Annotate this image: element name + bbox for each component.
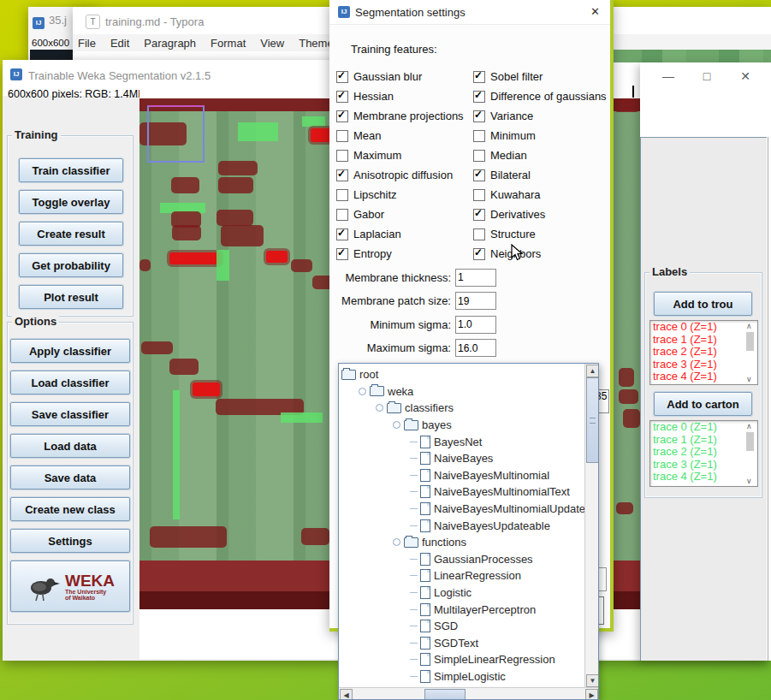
checkbox-entropy[interactable]	[336, 248, 348, 260]
tree-node-simplelinearregression[interactable]: SimpleLinearRegression	[341, 651, 583, 668]
scroll-thumb[interactable]	[424, 689, 466, 700]
scroll-left-button[interactable]: ◀	[340, 689, 353, 700]
green-trace-list[interactable]: trace 0 (Z=1)trace 1 (Z=1)trace 2 (Z=1)t…	[649, 420, 758, 487]
tree-node-bayes[interactable]: bayes	[341, 417, 583, 434]
checkbox-membrane-projections[interactable]	[336, 110, 348, 122]
settings-button[interactable]: Settings	[10, 529, 130, 553]
scroll-down-button[interactable]: ▼	[586, 674, 599, 687]
trace-item[interactable]: trace 0 (Z=1)	[650, 321, 757, 334]
tree-node-simplelogistic[interactable]: SimpleLogistic	[341, 668, 583, 685]
tree-node-naivebayes[interactable]: NaiveBayes	[341, 450, 583, 467]
trace-item[interactable]: trace 0 (Z=1)	[650, 421, 757, 434]
tree-node-naivebayesmultinomial[interactable]: NaiveBayesMultinomial	[341, 467, 583, 484]
create-new-class-button[interactable]: Create new class	[10, 497, 130, 521]
plot-result-button[interactable]: Plot result	[19, 285, 123, 309]
maximum-sigma-input[interactable]	[455, 339, 496, 357]
trace-item[interactable]: trace 3 (Z=1)	[650, 359, 757, 371]
tree-node-bayesnet[interactable]: BayesNet	[341, 433, 583, 450]
checkbox-maximum[interactable]	[336, 150, 348, 162]
checkbox-mean[interactable]	[336, 130, 348, 142]
tree-node-logistic[interactable]: Logistic	[341, 584, 583, 602]
tree-node-naivebayesupdateable[interactable]: NaiveBayesUpdateable	[341, 517, 583, 534]
checkbox-gabor[interactable]	[336, 209, 348, 221]
checkbox-hessian[interactable]	[336, 91, 348, 103]
trace-item[interactable]: trace 1 (Z=1)	[650, 434, 757, 447]
tree-node-sgdtext[interactable]: SGDText	[341, 635, 583, 652]
menu-edit[interactable]: Edit	[110, 37, 129, 50]
checkbox-gaussian-blur[interactable]	[336, 71, 348, 83]
checkbox-kuwahara[interactable]	[473, 189, 485, 201]
menu-file[interactable]: File	[78, 37, 96, 50]
minimum-sigma-input[interactable]	[455, 316, 496, 334]
trace-item[interactable]: trace 4 (Z=1)	[650, 371, 757, 383]
tree-node-sgd[interactable]: SGD	[341, 618, 583, 635]
trace-item[interactable]: trace 2 (Z=1)	[650, 346, 757, 359]
checkbox-laplacian[interactable]	[336, 228, 348, 240]
trace-item[interactable]: trace 3 (Z=1)	[650, 459, 757, 472]
scroll-thumb[interactable]	[746, 332, 754, 351]
membrane-patch-size-input[interactable]	[455, 292, 496, 310]
tree-vertical-scrollbar[interactable]: ▲ ▼	[584, 364, 599, 687]
checkbox-anisotropic-diffusion[interactable]	[336, 169, 348, 181]
scroll-down-icon[interactable]: ∨	[746, 477, 752, 485]
list-scrollbar[interactable]: ∧ ∨	[745, 322, 756, 383]
membrane-thickness-input[interactable]	[455, 269, 496, 287]
tree-node-functions[interactable]: functions	[341, 534, 583, 551]
load-classifier-button[interactable]: Load classifier	[10, 371, 130, 394]
checkbox-derivatives[interactable]	[473, 209, 485, 221]
save-classifier-button[interactable]: Save classifier	[10, 402, 130, 426]
tree-expand-handle[interactable]	[393, 538, 400, 546]
tree-expand-handle[interactable]	[359, 388, 366, 395]
scroll-right-button[interactable]: ▶	[585, 689, 598, 700]
save-data-button[interactable]: Save data	[10, 466, 130, 489]
toggle-overlay-button[interactable]: Toggle overlay	[19, 190, 123, 214]
tree-expand-handle[interactable]	[393, 421, 400, 429]
tree-node-weka[interactable]: weka	[341, 383, 583, 400]
tree-node-naivebayesmultinomialtext[interactable]: NaiveBayesMultinomialText	[341, 483, 583, 501]
scroll-up-button[interactable]: ▲	[586, 365, 599, 377]
tree-node-root[interactable]: root	[341, 366, 583, 383]
trace-item[interactable]: trace 4 (Z=1)	[650, 471, 757, 483]
checkbox-lipschitz[interactable]	[336, 189, 348, 201]
menu-view[interactable]: View	[260, 37, 284, 50]
checkbox-bilateral[interactable]	[473, 169, 485, 181]
trace-item[interactable]: trace 1 (Z=1)	[650, 334, 757, 347]
scroll-up-icon[interactable]: ∧	[746, 422, 752, 430]
checkbox-difference-of-gaussians[interactable]	[473, 91, 485, 103]
train-classifier-button[interactable]: Train classifier	[19, 158, 123, 182]
tree-node-classifiers[interactable]: classifiers	[341, 400, 583, 417]
apply-classifier-button[interactable]: Apply classifier	[10, 339, 130, 363]
trace-item[interactable]: trace 2 (Z=1)	[650, 446, 757, 459]
dialog-close-icon[interactable]: ✕	[590, 5, 600, 18]
scroll-thumb[interactable]	[746, 432, 754, 451]
tree-node-linearregression[interactable]: LinearRegression	[341, 567, 583, 584]
scroll-down-icon[interactable]: ∨	[746, 375, 752, 383]
load-data-button[interactable]: Load data	[10, 434, 130, 458]
red-trace-list[interactable]: trace 0 (Z=1)trace 1 (Z=1)trace 2 (Z=1)t…	[649, 320, 758, 385]
maximize-button[interactable]: □	[694, 69, 720, 83]
close-button[interactable]: ✕	[732, 69, 758, 83]
tree-node-naivebayesmultinomialupdateab[interactable]: NaiveBayesMultinomialUpdateab	[341, 501, 583, 518]
checkbox-minimum[interactable]	[473, 130, 485, 142]
add-to-trou-button[interactable]: Add to trou	[654, 292, 752, 316]
tree-expand-handle[interactable]	[376, 404, 383, 412]
create-result-button[interactable]: Create result	[19, 222, 123, 246]
scroll-thumb[interactable]	[586, 377, 599, 463]
tree-horizontal-scrollbar[interactable]: ◀ ▶	[339, 687, 598, 700]
roi-selection-rectangle[interactable]	[147, 105, 205, 163]
menu-format[interactable]: Format	[211, 37, 246, 50]
checkbox-structure[interactable]	[473, 228, 485, 240]
minimize-button[interactable]: —	[655, 69, 681, 83]
menu-paragraph[interactable]: Paragraph	[144, 37, 196, 50]
weka-logo-button[interactable]: WEKA The University of Waikato	[10, 561, 130, 612]
checkbox-variance[interactable]	[473, 110, 485, 122]
checkbox-neighbors[interactable]	[473, 248, 485, 260]
checkbox-median[interactable]	[473, 150, 485, 162]
scroll-up-icon[interactable]: ∧	[746, 322, 752, 330]
add-to-carton-button[interactable]: Add to carton	[654, 392, 752, 416]
tree-node-multilayerperceptron[interactable]: MultilayerPerceptron	[341, 601, 583, 618]
list-scrollbar[interactable]: ∧ ∨	[745, 422, 756, 485]
get-probability-button[interactable]: Get probability	[19, 253, 123, 277]
tree-node-gaussianprocesses[interactable]: GaussianProcesses	[341, 551, 583, 568]
checkbox-sobel-filter[interactable]	[473, 71, 485, 83]
